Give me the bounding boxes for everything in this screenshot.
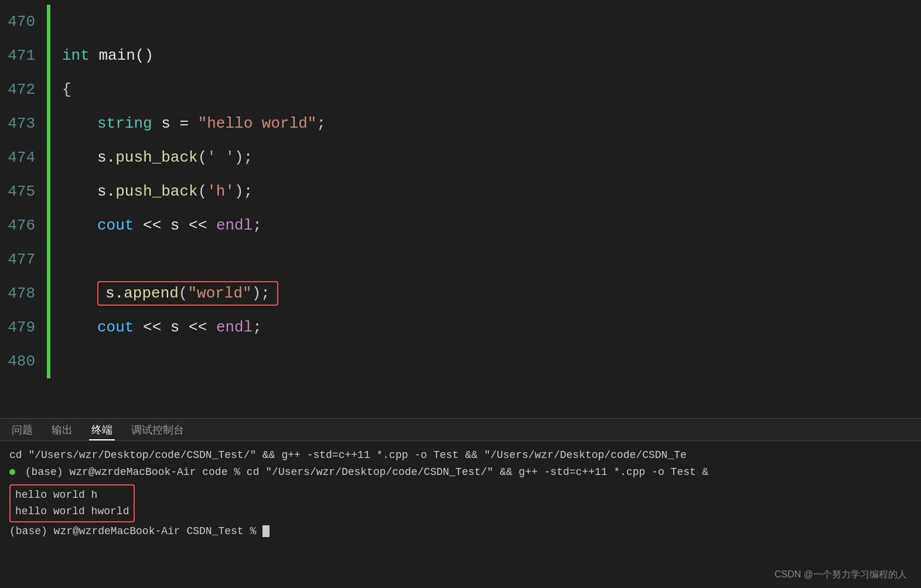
- tab-problems[interactable]: 问题: [9, 419, 35, 440]
- func-name: main(): [90, 47, 154, 64]
- paren-474-open: (: [198, 149, 207, 166]
- line-number-472: 472: [0, 81, 47, 98]
- code-line-477: 477: [0, 242, 921, 276]
- code-line-472: 472 {: [0, 73, 921, 107]
- line-content-475: s. push_back ( 'h' );: [50, 183, 921, 200]
- code-line-480: 480: [0, 344, 921, 378]
- code-line-479: 479 cout << s << endl ;: [0, 310, 921, 344]
- line-content-474: s. push_back ( ' ' );: [50, 149, 921, 166]
- endl-476: endl: [216, 217, 253, 234]
- cout-479: cout: [97, 319, 134, 336]
- line-indicator-477: [47, 242, 50, 276]
- paren-478-close: );: [252, 285, 270, 302]
- code-line-478: 478 s. append ( "world" );: [0, 276, 921, 310]
- semicolon-473: ;: [316, 115, 326, 132]
- highlight-box-478: s. append ( "world" );: [97, 281, 278, 306]
- line-number-477: 477: [0, 251, 47, 268]
- line-indicator-476: [47, 208, 50, 242]
- s-pushback-2: s.: [97, 183, 115, 200]
- paren-475-open: (: [198, 183, 207, 200]
- line-content-476: cout << s << endl ;: [50, 217, 921, 234]
- op-476-2: <<: [179, 217, 216, 234]
- terminal-output-2: hello world hworld: [15, 503, 129, 520]
- code-line-475: 475 s. push_back ( 'h' );: [0, 175, 921, 208]
- str-world: "world": [187, 285, 251, 302]
- tab-debug-console[interactable]: 调试控制台: [129, 419, 186, 440]
- line-content-479: cout << s << endl ;: [50, 319, 921, 336]
- watermark: CSDN @一个努力学习编程的人: [775, 569, 907, 581]
- semi-476: ;: [253, 217, 262, 234]
- code-line-476: 476 cout << s << endl ;: [0, 208, 921, 242]
- line-indicator-479: [47, 310, 50, 344]
- keyword-string: string: [97, 115, 152, 132]
- code-line-471: 471 int main(): [0, 39, 921, 73]
- terminal-prompt: (base) wzr@wzrdeMacBook-Air CSDN_Test %: [9, 523, 912, 540]
- line-indicator-470: [47, 5, 50, 39]
- terminal-line-1: cd "/Users/wzr/Desktop/code/CSDN_Test/" …: [9, 447, 912, 464]
- code-container: 470 471 int main() 472 { 473: [0, 0, 921, 418]
- line-number-476: 476: [0, 217, 47, 234]
- op-476-1: <<: [134, 217, 170, 234]
- paren-474-close: );: [234, 149, 253, 166]
- paren-478-open: (: [179, 285, 188, 302]
- line-number-473: 473: [0, 115, 47, 132]
- code-line-473: 473 string s = "hello world" ;: [0, 107, 921, 141]
- panel-tabs: 问题 输出 终端 调试控制台: [0, 419, 921, 441]
- line-content-473: string s = "hello world" ;: [50, 115, 921, 132]
- op-479-1: <<: [134, 319, 170, 336]
- line-content-478: s. append ( "world" );: [50, 281, 921, 306]
- s-pushback-1: s.: [97, 149, 115, 166]
- terminal-output-1: hello world h: [15, 487, 129, 504]
- paren-475-close: );: [234, 183, 253, 200]
- line-number-475: 475: [0, 183, 47, 200]
- line-indicator-473: [47, 107, 50, 141]
- line-number-470: 470: [0, 13, 47, 30]
- code-line-474: 474 s. push_back ( ' ' );: [0, 141, 921, 175]
- code-line-470: 470: [0, 5, 921, 39]
- method-pushback-2: push_back: [115, 183, 197, 200]
- string-hello-world: "hello world": [198, 115, 317, 132]
- line-number-471: 471: [0, 47, 47, 64]
- method-append: append: [124, 285, 179, 302]
- line-indicator-475: [47, 175, 50, 208]
- line-indicator-471: [47, 39, 50, 73]
- line-indicator-472: [47, 73, 50, 107]
- endl-479: endl: [216, 319, 253, 336]
- var-s: s =: [152, 115, 198, 132]
- panel-area: 问题 输出 终端 调试控制台 cd "/Users/wzr/Desktop/co…: [0, 418, 921, 588]
- var-s-479: s: [170, 319, 180, 336]
- editor-area: 470 471 int main() 472 { 473: [0, 0, 921, 418]
- char-space: ' ': [207, 149, 234, 166]
- char-h: 'h': [207, 183, 234, 200]
- method-pushback-1: push_back: [115, 149, 197, 166]
- var-s-476: s: [170, 217, 180, 234]
- keyword-int: int: [62, 47, 90, 64]
- terminal-output-highlight: hello world h hello world hworld: [9, 484, 135, 523]
- brace-open: {: [62, 81, 71, 98]
- line-indicator-474: [47, 141, 50, 175]
- s-append: s.: [105, 285, 124, 302]
- line-content-471: int main(): [50, 47, 921, 64]
- line-number-474: 474: [0, 149, 47, 166]
- line-number-480: 480: [0, 353, 47, 370]
- terminal-content[interactable]: cd "/Users/wzr/Desktop/code/CSDN_Test/" …: [0, 441, 921, 588]
- line-content-472: {: [50, 81, 921, 98]
- terminal-line-2: (base) wzr@wzrdeMacBook-Air code % cd "/…: [9, 464, 912, 481]
- line-indicator-478: [47, 276, 50, 310]
- line-number-479: 479: [0, 319, 47, 336]
- terminal-cursor: [262, 525, 270, 537]
- terminal-output-block: hello world h hello world hworld: [9, 482, 912, 524]
- terminal-dot: [9, 469, 15, 475]
- cout-476: cout: [97, 217, 134, 234]
- tab-terminal[interactable]: 终端: [89, 419, 115, 440]
- semi-479: ;: [253, 319, 262, 336]
- tab-output[interactable]: 输出: [49, 419, 75, 440]
- op-479-2: <<: [179, 319, 216, 336]
- line-indicator-480: [47, 344, 50, 378]
- line-number-478: 478: [0, 285, 47, 302]
